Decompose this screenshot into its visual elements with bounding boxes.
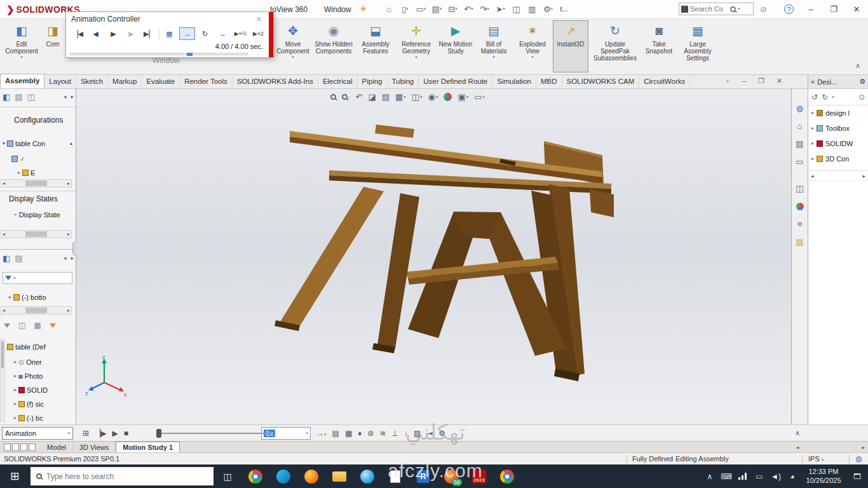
- scroll-right-icon[interactable]: ▸: [67, 231, 70, 237]
- filter-icon[interactable]: [4, 323, 10, 328]
- taskbar-app-notepad[interactable]: [381, 464, 409, 488]
- user-account-icon[interactable]: ⊘: [760, 5, 767, 13]
- bill-of-materials-button[interactable]: ▤ Bill of Materials ▾: [475, 20, 512, 72]
- scroll-left-icon[interactable]: ◂: [3, 231, 5, 237]
- display-state-row[interactable]: ◔ Display State: [0, 208, 75, 221]
- animation-progress-bar[interactable]: [70, 53, 248, 55]
- select-cursor-icon[interactable]: ➤▾: [492, 2, 508, 16]
- touch-keyboard-icon[interactable]: ⌨: [718, 464, 735, 488]
- menu-window[interactable]: Window: [324, 5, 351, 14]
- save-animation-icon[interactable]: ▤: [332, 429, 339, 438]
- panel-scroll-right-icon[interactable]: ▸: [71, 255, 74, 261]
- chevron-down-icon[interactable]: ▾: [738, 6, 740, 11]
- configuration-root-row[interactable]: ▾ table Con ▴: [0, 137, 75, 150]
- tab-solidworks-cam[interactable]: SOLIDWORKS CAM: [562, 75, 640, 88]
- expander-icon[interactable]: ▸: [14, 402, 17, 407]
- gravity-icon[interactable]: ↓: [404, 429, 408, 438]
- design-library-icon[interactable]: ▤: [794, 139, 805, 149]
- expander-icon[interactable]: ▸: [14, 374, 17, 379]
- document-tab-icon[interactable]: ▫: [726, 78, 729, 85]
- file-explorer-icon[interactable]: ▭: [794, 156, 805, 167]
- add-key-icon[interactable]: ♦: [358, 429, 362, 438]
- collapse-ribbon-chevron-icon[interactable]: ∧: [855, 62, 860, 69]
- task-pane-item-3d-content[interactable]: ▸ 3D Con: [808, 151, 868, 166]
- tab-circuitworks[interactable]: CircuitWorks: [639, 75, 690, 88]
- pin-icon[interactable]: ⊙: [858, 93, 865, 101]
- start-button[interactable]: ⊞: [0, 464, 29, 488]
- bottom-part-row[interactable]: ▸ (-) botto: [0, 291, 75, 304]
- instant3d-button[interactable]: ↗ Instant3D: [553, 20, 588, 72]
- taskbar-app-recorder[interactable]: 56: [437, 464, 465, 488]
- task-pane-item-toolbox[interactable]: ▸ Toolbox: [808, 121, 868, 136]
- print-icon[interactable]: ⊟▾: [445, 2, 461, 16]
- expander-icon[interactable]: ▸: [18, 170, 20, 175]
- clipped-component-button[interactable]: ◨ Com: [41, 20, 65, 72]
- step-back-icon[interactable]: ◀: [88, 27, 104, 40]
- filter-active-icon[interactable]: [50, 323, 56, 328]
- scroll-left-icon[interactable]: ◂: [811, 173, 814, 179]
- clock[interactable]: 12:33 PM 10/26/2025: [801, 468, 846, 485]
- play-from-start-icon[interactable]: ▕▶: [95, 429, 106, 438]
- taskbar-app-skype[interactable]: [353, 464, 381, 488]
- scroll-left-icon[interactable]: ◂: [796, 444, 799, 451]
- battery-icon[interactable]: ▭: [751, 464, 768, 488]
- panel-scroll-left-icon[interactable]: ◂: [64, 94, 67, 100]
- close-icon[interactable]: ✕: [256, 16, 262, 23]
- sheet-icon[interactable]: ▥: [524, 2, 540, 16]
- search-icon[interactable]: [730, 6, 736, 12]
- minimize-button[interactable]: –: [799, 0, 822, 18]
- configuration-subitem-row[interactable]: ▸ E: [0, 166, 75, 179]
- configuration-item-row[interactable]: ✓: [0, 152, 75, 165]
- scroll-left-icon[interactable]: ◂: [3, 308, 5, 313]
- command-search-box[interactable]: ▾: [679, 3, 754, 15]
- edit-component-button[interactable]: ◧ Edit Component ▾: [3, 20, 41, 72]
- timeline-slider-thumb[interactable]: [156, 429, 161, 438]
- large-assembly-settings-button[interactable]: ▦ Large Assembly Settings: [677, 20, 718, 72]
- panel-scroll-left-icon[interactable]: ◂: [64, 255, 67, 261]
- tab-markup[interactable]: Markup: [108, 75, 142, 88]
- tab-sketch[interactable]: Sketch: [76, 75, 108, 88]
- exploded-view-button[interactable]: ✶ Exploded View ▾: [513, 20, 552, 72]
- help-icon[interactable]: ?: [784, 4, 794, 14]
- tab-nav-icon[interactable]: [20, 444, 27, 451]
- assembly-features-button[interactable]: ⬓ Assembly Features: [356, 20, 395, 72]
- contact-icon[interactable]: ⊥: [391, 429, 398, 438]
- action-center-icon[interactable]: 🗔: [846, 464, 868, 488]
- calculate-icon[interactable]: ⊞: [83, 429, 89, 438]
- chevron-down-icon[interactable]: ▾: [832, 95, 834, 100]
- study-type-select[interactable]: Animation ▾: [2, 427, 73, 440]
- tab-motion-study-1[interactable]: Motion Study 1: [116, 442, 180, 452]
- spring-icon[interactable]: ≋: [379, 429, 386, 438]
- restore-button[interactable]: ❐: [822, 0, 845, 18]
- tray-app-icon[interactable]: ◕: [784, 464, 801, 488]
- scroll-thumb[interactable]: [25, 231, 47, 237]
- double-speed-icon[interactable]: ▶×2: [250, 27, 266, 40]
- scroll-right-icon[interactable]: ▸: [67, 308, 70, 313]
- take-snapshot-button[interactable]: ◙ Take Snapshot: [642, 20, 676, 72]
- expander-icon[interactable]: ▸: [14, 388, 17, 393]
- new-motion-study-button[interactable]: ▶ New Motion Study: [437, 20, 474, 72]
- scroll-thumb[interactable]: [1, 341, 4, 368]
- property-manager-tab-icon[interactable]: ▤: [15, 93, 22, 101]
- tab-3d-views[interactable]: 3D Views: [73, 442, 116, 452]
- components-icon[interactable]: ◫: [508, 2, 524, 16]
- taskbar-app-chrome-2[interactable]: [493, 464, 521, 488]
- tab-electrical[interactable]: Electrical: [318, 75, 358, 88]
- taskbar-app-solidworks[interactable]: 2023: [465, 464, 493, 488]
- playback-mode-icon[interactable]: →▾: [316, 429, 327, 438]
- property-manager-tab-icon[interactable]: ▤: [15, 254, 22, 262]
- view-palette-icon[interactable]: ◫: [794, 183, 805, 194]
- custom-properties-icon[interactable]: ≡: [794, 219, 805, 229]
- tab-nav-icon[interactable]: [12, 444, 19, 451]
- open-document-icon[interactable]: ▭▾: [413, 2, 429, 16]
- expander-icon[interactable]: ▸: [811, 126, 814, 131]
- solidworks-resources-globe-icon[interactable]: ◍: [794, 103, 805, 114]
- favorites-star-icon[interactable]: ★: [360, 4, 367, 13]
- search-input[interactable]: [690, 5, 728, 13]
- update-speedpak-button[interactable]: ↻ Update SpeedPak Subassemblies: [590, 20, 641, 72]
- home-icon[interactable]: ⌂: [381, 2, 397, 16]
- back-icon[interactable]: ↺: [811, 93, 818, 101]
- options-gear-icon[interactable]: ⚙▾: [540, 2, 556, 16]
- tab-tubing[interactable]: Tubing: [388, 75, 419, 88]
- taskbar-app-chrome[interactable]: [241, 464, 269, 488]
